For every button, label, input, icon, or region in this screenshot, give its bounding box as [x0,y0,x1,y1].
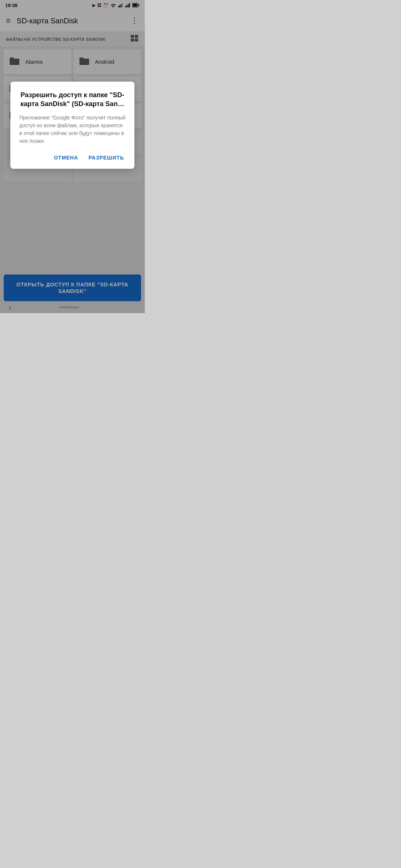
cancel-button[interactable]: ОТМЕНА [52,152,79,163]
permission-dialog: Разрешить доступ к папке "SD-карта SanDi… [10,82,134,169]
dialog-body: Приложение "Google Фото" получит полный … [19,114,125,145]
dialog-title: Разрешить доступ к папке "SD-карта SanDi… [19,91,125,109]
allow-button[interactable]: РАЗРЕШИТЬ [87,152,125,163]
dialog-actions: ОТМЕНА РАЗРЕШИТЬ [19,152,125,163]
